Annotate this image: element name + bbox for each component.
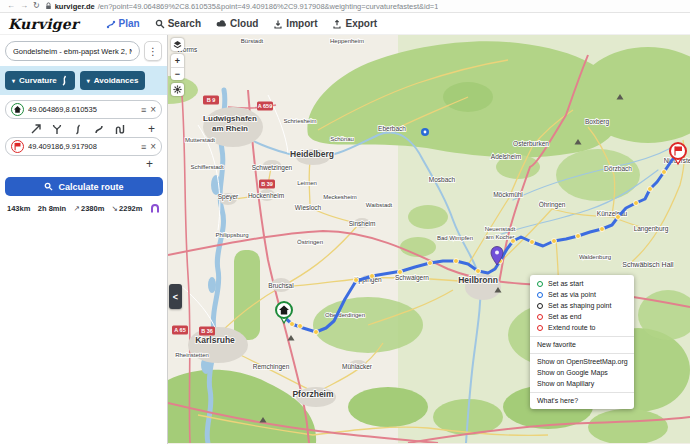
menu-show-on-mapillary[interactable]: Show on Mapillary — [530, 378, 634, 389]
curvy-route-icon[interactable] — [72, 123, 84, 135]
curvy-road-icon — [61, 75, 68, 86]
reload-icon[interactable]: ↻ — [33, 2, 40, 10]
shaping-point-dot[interactable] — [662, 170, 667, 175]
nav-export[interactable]: Export — [332, 18, 377, 29]
address-bar[interactable]: kurviger.de/en?point=49.064869%2C8.61053… — [45, 2, 439, 11]
nav-plan[interactable]: Plan — [106, 18, 140, 29]
shaping-point-dot[interactable] — [576, 234, 581, 239]
sidebar-collapse-handle[interactable]: < — [169, 284, 182, 309]
search-input[interactable] — [5, 41, 140, 61]
avoidances-dropdown[interactable]: ▾ Avoidances — [80, 71, 146, 90]
waypoint-end-row[interactable]: ≡ × — [5, 137, 162, 156]
fast-curvy-route-icon[interactable] — [51, 123, 63, 135]
road-shield-label: B 9 — [207, 97, 216, 103]
end-marker-icon — [11, 140, 24, 153]
shaping-point-dot[interactable] — [476, 269, 481, 274]
shaping-point-dot[interactable] — [454, 259, 459, 264]
map-city-label: Waldenburg — [579, 254, 611, 260]
end-point-icon — [537, 314, 543, 320]
menu-whats-here[interactable]: What's here? — [530, 395, 634, 406]
via-point-icon — [537, 292, 543, 298]
map-city-label: Schriesheim — [283, 118, 316, 124]
nav-import[interactable]: Import — [273, 18, 317, 29]
menu-extend-route-to[interactable]: Extend route to — [530, 322, 634, 333]
search-icon — [44, 182, 53, 191]
menu-set-as-end[interactable]: Set as end — [530, 311, 634, 322]
back-icon[interactable]: ← — [7, 2, 15, 10]
map-settings-button[interactable] — [171, 83, 184, 96]
start-marker-icon — [11, 103, 24, 116]
kebab-icon: ⋮ — [148, 46, 158, 57]
shaping-point-dot[interactable] — [298, 324, 303, 329]
map-city-label: Möckmühl — [493, 191, 523, 198]
nav-search[interactable]: Search — [155, 18, 201, 29]
shaping-point-dot[interactable] — [634, 201, 639, 206]
add-waypoint-button[interactable]: + — [148, 123, 155, 135]
append-waypoint-button[interactable]: + — [146, 158, 153, 170]
menu-divider — [530, 392, 634, 393]
menu-set-as-shaping-point[interactable]: Set as shaping point — [530, 300, 634, 311]
motorway-junction-icon — [421, 128, 429, 136]
ascent-stat: ↗ 2380m — [74, 204, 105, 213]
shaping-point-dot[interactable] — [314, 330, 319, 335]
zoom-out-button[interactable]: − — [171, 67, 184, 80]
descent-stat: ↘ 2292m — [112, 204, 143, 213]
shaping-point-dot[interactable] — [370, 274, 375, 279]
map-city-label: Osterburken — [513, 140, 549, 147]
layers-button[interactable] — [171, 38, 184, 51]
very-curvy-route-icon[interactable] — [93, 123, 105, 135]
waypoint-start-row[interactable]: ≡ × — [5, 100, 162, 119]
map-city-label: Ludwigshafen — [203, 114, 257, 123]
shaping-point-dot[interactable] — [398, 270, 403, 275]
sidebar-menu-button[interactable]: ⋮ — [144, 41, 162, 61]
menu-show-on-openstreetmap[interactable]: Show on OpenStreetMap.org — [530, 356, 634, 367]
route-plan-icon — [106, 19, 116, 29]
shaping-point-dot[interactable] — [552, 239, 557, 244]
browser-chrome: ← → ↻ kurviger.de/en?point=49.064869%2C8… — [0, 0, 690, 13]
extra-curvy-route-icon[interactable] — [114, 123, 126, 135]
chevron-down-icon: ▾ — [87, 77, 90, 84]
road-shield-label: A 659 — [258, 103, 272, 109]
shaping-point-dot[interactable] — [290, 322, 295, 327]
map-city-label: Remchingen — [253, 363, 290, 371]
end-coordinates-input[interactable] — [28, 142, 137, 151]
shaping-point-dot[interactable] — [354, 278, 359, 283]
shaping-point-dot[interactable] — [648, 187, 653, 192]
map-city-label: Wiesloch — [295, 204, 322, 211]
remove-waypoint-icon[interactable]: × — [150, 105, 156, 115]
forward-icon[interactable]: → — [20, 2, 28, 10]
cloud-icon — [216, 19, 227, 29]
map-city-label: Bad Wimpfen — [437, 235, 473, 241]
calculate-route-button[interactable]: Calculate route — [5, 177, 163, 196]
menu-divider — [530, 336, 634, 337]
search-icon — [155, 19, 165, 29]
map-city-label: Oberderdingen — [325, 312, 365, 318]
shaping-point-dot[interactable] — [616, 215, 621, 220]
map-city-label: Mühlacker — [342, 363, 373, 370]
fastest-route-icon[interactable] — [30, 123, 42, 135]
lock-icon — [45, 2, 52, 10]
curvature-dropdown[interactable]: ▾ Curvature — [5, 71, 75, 90]
kurviger-logo[interactable]: Kurviger — [8, 16, 79, 32]
shaping-point-dot[interactable] — [428, 261, 433, 266]
menu-set-as-start[interactable]: Set as start — [530, 278, 634, 289]
shaping-point-dot[interactable] — [511, 239, 516, 244]
map-city-label: Neuenstadt — [485, 226, 516, 232]
map-city-label: Adelsheim — [491, 153, 521, 160]
nav-cloud[interactable]: Cloud — [216, 18, 258, 29]
drag-handle-icon[interactable]: ≡ — [141, 105, 146, 115]
shaping-point-dot[interactable] — [600, 227, 605, 232]
menu-show-on-google-maps[interactable]: Show on Google Maps — [530, 367, 634, 378]
menu-set-as-via-point[interactable]: Set as via point — [530, 289, 634, 300]
drag-handle-icon[interactable]: ≡ — [141, 142, 146, 152]
remove-waypoint-icon[interactable]: × — [150, 142, 156, 152]
map-city-label: Eberbach — [378, 125, 406, 132]
map-city-label: Philippsburg — [215, 232, 248, 238]
map-city-label: am Kocher — [485, 234, 514, 240]
route-planner-sidebar: ⋮ ▾ Curvature ▾ Avoidances — [0, 35, 168, 444]
zoom-in-button[interactable]: + — [171, 54, 184, 67]
shaping-point-dot[interactable] — [530, 240, 535, 245]
menu-new-favorite[interactable]: New favorite — [530, 339, 634, 350]
start-coordinates-input[interactable] — [28, 105, 137, 114]
map-city-label: Bürstadt — [241, 38, 264, 44]
